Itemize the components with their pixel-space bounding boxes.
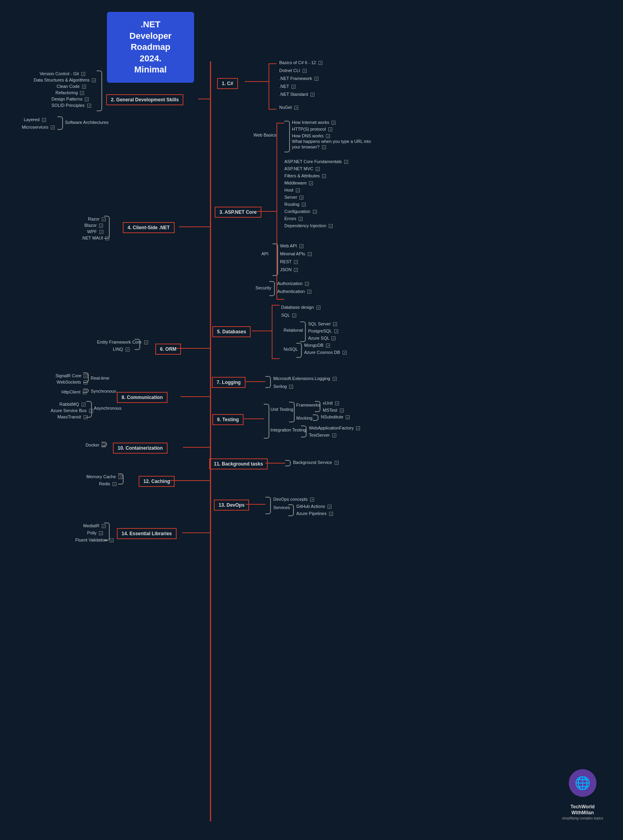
logo-area: 🌐 TechWorldWithMilan simplifying complex…	[562, 769, 603, 820]
aspnet-host[interactable]: Host ↗	[284, 188, 300, 192]
csharp-v-line	[269, 63, 269, 109]
comm-h	[181, 396, 211, 397]
aspnet-url[interactable]: What happens when you type a URL into yo…	[292, 139, 379, 150]
sync-label: Synchronous	[91, 389, 116, 393]
devops-concepts[interactable]: DevOps concepts ↗	[273, 497, 314, 502]
bg-h	[265, 463, 285, 464]
bg-service[interactable]: Background Service ↗	[293, 460, 339, 465]
csharp-basics[interactable]: Basics of C# 6 - 12 ↗	[279, 60, 322, 65]
main-vertical-line	[210, 61, 211, 821]
gen-design-patterns[interactable]: Design Patterns ↗	[51, 97, 89, 101]
cache-redis[interactable]: Redis ↗	[99, 481, 116, 486]
aspnet-how-internet[interactable]: How Internet works ↗	[292, 120, 335, 125]
comm-signalr[interactable]: SignalR Core ↗	[55, 373, 88, 378]
clientside-wpf[interactable]: WPF ↗	[87, 229, 103, 234]
comm-rabbitmq[interactable]: RabbitMQ ↗	[59, 402, 86, 407]
aspnet-rest[interactable]: REST ↗	[280, 259, 298, 264]
csharp-nuget[interactable]: NuGet ↗	[279, 105, 298, 110]
testing-mstest[interactable]: MSTest ↗	[323, 408, 344, 412]
logging-serilog[interactable]: Serilog ↗	[273, 384, 293, 389]
orm-h	[176, 348, 211, 349]
aspnet-minimal-apis[interactable]: Minimal APIs ↗	[280, 251, 312, 256]
aspnet-web-api[interactable]: Web API ↗	[280, 243, 303, 248]
aspnet-middleware[interactable]: Middleware ↗	[284, 181, 313, 185]
testing-webappfactory[interactable]: WebApplicationFactory ↗	[309, 426, 360, 430]
clientside-maui[interactable]: .NET MAUI ↗	[81, 236, 109, 240]
comm-httpclient[interactable]: HttpClient ↗	[61, 390, 87, 394]
aspnet-errors[interactable]: Errors ↗	[284, 216, 303, 221]
db-sql[interactable]: SQL ↗	[281, 313, 296, 317]
gen-layered[interactable]: Layered ↗	[24, 117, 46, 122]
api-label: API	[261, 251, 269, 256]
csharp-h-line	[245, 81, 269, 82]
testing-xunit[interactable]: xUnit ↗	[323, 401, 339, 405]
aspnet-https[interactable]: HTTP(S) protocol ↗	[292, 127, 332, 131]
node-aspnet: 3. ASP.NET Core	[215, 207, 261, 218]
aspnet-routing[interactable]: Routing ↗	[284, 202, 306, 207]
realtime-label: Real-time	[91, 376, 109, 380]
logging-ms[interactable]: Microsoft.Extensions.Logging ↗	[273, 376, 337, 381]
gen-clean-code[interactable]: Clean Code ↗	[57, 84, 86, 89]
db-mongodb[interactable]: MongoDB ↗	[304, 343, 330, 348]
container-docker[interactable]: Docker ↗	[86, 443, 106, 447]
clientside-h	[179, 226, 211, 227]
gen-data-structures[interactable]: Data Structures & Algorithms ↗	[34, 78, 96, 82]
csharp-h-top	[269, 63, 276, 64]
gen-refactoring[interactable]: Refactoring ↗	[55, 90, 84, 95]
cache-h	[169, 480, 211, 481]
essential-mediatr[interactable]: MediatR ↗	[83, 523, 106, 528]
aspnet-authentication[interactable]: Authentication ↗	[277, 289, 311, 294]
devops-github-actions[interactable]: GitHub Actions ↗	[296, 504, 332, 509]
csharp-net-framework[interactable]: .NET Framework ↗	[279, 76, 318, 81]
general-bracket-right	[97, 70, 102, 111]
aspnet-config[interactable]: Configuration ↗	[284, 209, 317, 214]
aspnet-fundamentals[interactable]: ASP.NET Core Fundamentals ↗	[284, 159, 348, 164]
comm-websockets[interactable]: WebSockets ↗	[57, 380, 88, 384]
cache-memory[interactable]: Memory Cache ↗	[86, 474, 122, 479]
db-azuresql[interactable]: Azure SQL ↗	[308, 336, 335, 340]
node-background: 11. Background tasks	[209, 458, 268, 469]
aspnet-json[interactable]: JSON ↗	[280, 267, 298, 272]
frameworks-label: Frameworks	[296, 403, 320, 407]
gen-version-control[interactable]: Version Control - Git ↗	[40, 71, 85, 76]
db-cosmos[interactable]: Azure Cosmos DB ↗	[304, 350, 347, 355]
orm-ef[interactable]: Entity Framework Core ↗	[97, 340, 148, 344]
aspnet-filters[interactable]: Filters & Attributes ↗	[284, 173, 326, 178]
container-h	[183, 447, 211, 448]
csharp-net[interactable]: .NET ↗	[279, 84, 295, 89]
aspnet-top	[276, 123, 284, 124]
essential-fluent[interactable]: Fluent Validation ↗	[75, 538, 114, 542]
testing-h	[244, 418, 264, 419]
devops-services-label: Services	[273, 505, 290, 510]
db-bot	[272, 358, 280, 359]
aspnet-server[interactable]: Server ↗	[284, 195, 303, 200]
db-h-right	[252, 331, 272, 331]
general-h-line	[198, 99, 211, 99]
db-postgresql[interactable]: PostgreSQL ↗	[308, 329, 338, 333]
aspnet-mvc[interactable]: ASP.NET MVC ↗	[284, 166, 320, 171]
testing-testserver[interactable]: TestServer ↗	[309, 433, 336, 437]
aspnet-dns[interactable]: How DNS works ↗	[292, 133, 330, 138]
security-label: Security	[255, 285, 271, 290]
db-sqlserver[interactable]: SQL Server ↗	[308, 321, 337, 326]
testing-nsubstitute[interactable]: NSubstitute ↗	[321, 414, 350, 419]
gen-microservices[interactable]: Microservices ↗	[22, 125, 55, 129]
comm-servicebus[interactable]: Azure Service Bus ↗	[51, 408, 93, 413]
arch-bracket	[57, 116, 63, 130]
mocking-bracket	[313, 414, 318, 421]
csharp-dotnet-cli[interactable]: Dotnet CLI ↗	[279, 68, 307, 73]
node-csharp: 1. C#	[217, 78, 238, 89]
orm-linq[interactable]: LINQ ↗	[113, 347, 130, 352]
csharp-net-standard[interactable]: .NET Standard ↗	[279, 92, 314, 97]
essential-polly[interactable]: Polly ↗	[87, 530, 103, 535]
node-testing: 9. Testing	[212, 414, 244, 425]
clientside-razor[interactable]: Razor ↗	[88, 217, 106, 221]
devops-azure-pipelines[interactable]: Azure Pipelines ↗	[296, 511, 333, 516]
page-container: .NET Developer Roadmap 2024. Minimal 1. …	[0, 0, 623, 840]
gen-solid[interactable]: SOLID Principles ↗	[51, 103, 91, 108]
aspnet-authorization[interactable]: Authorization ↗	[277, 281, 309, 286]
db-design[interactable]: Database design ↗	[281, 305, 320, 310]
comm-masstransit[interactable]: MassTransit ↗	[57, 414, 88, 419]
aspnet-di[interactable]: Dependency Injection ↗	[284, 223, 333, 228]
clientside-blazor[interactable]: Blazor ↗	[84, 223, 103, 228]
